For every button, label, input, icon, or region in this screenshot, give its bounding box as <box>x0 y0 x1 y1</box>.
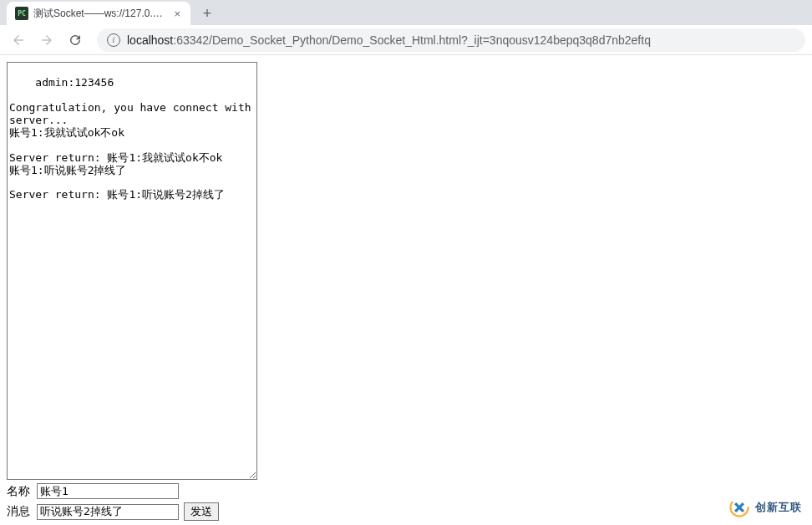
forward-button[interactable] <box>35 28 58 52</box>
page-content: admin:123456 Congratulation, you have co… <box>0 55 812 525</box>
message-input[interactable] <box>37 504 179 520</box>
watermark: 创新互联 <box>728 497 802 518</box>
arrow-left-icon <box>11 33 26 48</box>
favicon-icon: PC <box>15 7 28 20</box>
watermark-text: 创新互联 <box>755 500 802 515</box>
name-input[interactable] <box>37 483 179 499</box>
reload-icon <box>68 33 83 48</box>
url-text: localhost:63342/Demo_Socket_Python/Demo_… <box>127 33 651 47</box>
name-label: 名称 <box>7 484 32 499</box>
watermark-logo-icon <box>728 497 750 518</box>
log-content: admin:123456 Congratulation, you have co… <box>9 76 257 201</box>
address-bar[interactable]: i localhost:63342/Demo_Socket_Python/Dem… <box>97 28 805 52</box>
site-info-icon[interactable]: i <box>107 33 120 47</box>
message-label: 消息 <box>7 504 32 519</box>
reload-button[interactable] <box>63 28 87 52</box>
log-textarea[interactable]: admin:123456 Congratulation, you have co… <box>7 62 257 480</box>
send-button[interactable]: 发送 <box>184 502 219 521</box>
new-tab-button[interactable]: + <box>195 2 219 25</box>
browser-tab[interactable]: PC 测试Socket——ws://127.0.0.1:8 × <box>7 2 190 25</box>
arrow-right-icon <box>39 33 54 48</box>
browser-toolbar: i localhost:63342/Demo_Socket_Python/Dem… <box>0 25 812 55</box>
close-tab-icon[interactable]: × <box>172 8 182 20</box>
tab-title: 测试Socket——ws://127.0.0.1:8 <box>33 7 167 21</box>
browser-tab-bar: PC 测试Socket——ws://127.0.0.1:8 × + <box>0 0 812 25</box>
back-button[interactable] <box>7 28 30 52</box>
